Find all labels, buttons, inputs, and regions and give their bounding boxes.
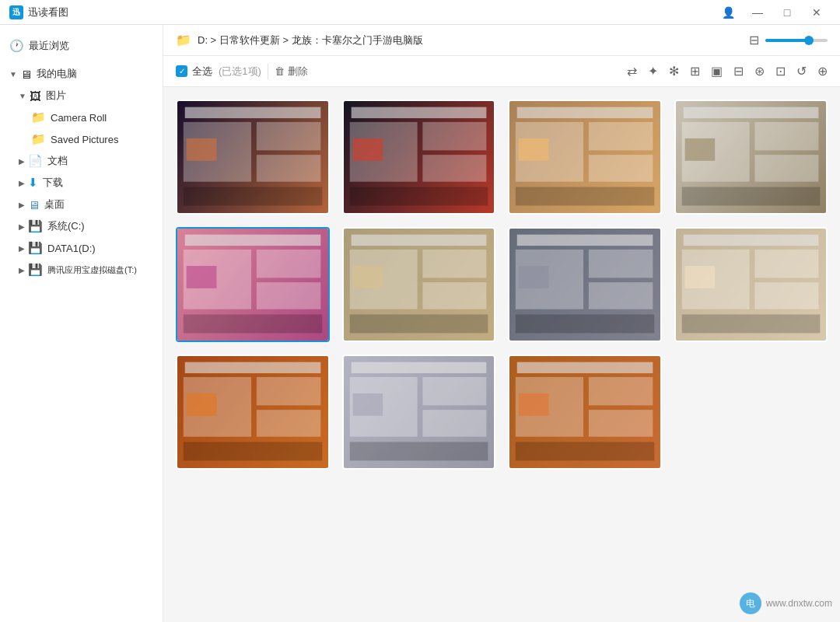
maximize-button[interactable]: □: [773, 0, 801, 25]
photo-card[interactable]: [674, 100, 828, 215]
delete-label: 删除: [288, 65, 308, 79]
photo-thumbnail: [509, 101, 660, 213]
photo-card[interactable]: [508, 100, 662, 215]
content-area: 📁 D: > 日常软件更新 > 龙族：卡塞尔之门手游电脑版 ⊟ ✓ 全选 (已选…: [163, 25, 840, 622]
desktop-label: 桌面: [44, 197, 65, 211]
slider-fill: [765, 39, 809, 42]
downloads-icon: ⬇: [28, 176, 38, 190]
path-folder-icon: 📁: [176, 33, 191, 47]
expand-arrow-c: ▶: [19, 222, 25, 231]
app-title: 迅读看图: [28, 5, 714, 19]
expand-arrow-dl: ▶: [19, 179, 25, 187]
photo-thumbnail: [177, 356, 328, 468]
camera-roll-label: Camera Roll: [51, 112, 107, 124]
disk-icon-c: 💾: [28, 219, 43, 233]
sidebar: 🕐 最近浏览 ⋮ ▼ 🖥 我的电脑 ▼ 🖼 图片 📁 Camera Roll: [0, 25, 163, 622]
sidebar-item-desktop[interactable]: ▶ 🖥 桌面: [0, 194, 163, 215]
watermark: 电 www.dnxtw.com: [740, 592, 832, 614]
path-text: D: > 日常软件更新 > 龙族：卡塞尔之门手游电脑版: [198, 33, 743, 47]
sidebar-item-system-c[interactable]: ▶ 💾 系统(C:): [0, 215, 163, 237]
expand-arrow-desktop: ▶: [19, 201, 25, 209]
tool-crop-icon[interactable]: ⊞: [690, 64, 700, 79]
sidebar-section-mypc: ▼ 🖥 我的电脑 ▼ 🖼 图片 📁 Camera Roll 📁 Saved Pi…: [0, 60, 163, 284]
watermark-icon: 电: [740, 592, 761, 614]
tool-filter-icon[interactable]: ⊛: [754, 64, 765, 79]
select-info: (已选1项): [219, 65, 261, 79]
tool-compare-icon[interactable]: ⇄: [627, 64, 637, 79]
tool-more-icon[interactable]: ⊕: [817, 64, 828, 79]
select-all-checkbox[interactable]: ✓ 全选 (已选1项): [176, 65, 261, 79]
delete-button[interactable]: 🗑 删除: [275, 65, 308, 79]
photo-thumbnail: [509, 229, 660, 341]
app-icon: 迅: [9, 5, 23, 19]
photo-thumbnail: [676, 101, 827, 213]
sidebar-item-pictures[interactable]: ▼ 🖼 图片: [0, 85, 163, 107]
pathbar: 📁 D: > 日常软件更新 > 龙族：卡塞尔之门手游电脑版 ⊟: [163, 25, 840, 56]
compare-icon: ⊟: [749, 33, 759, 47]
tool-adjust-icon[interactable]: ⊟: [733, 64, 744, 79]
sidebar-item-saved-pictures[interactable]: 📁 Saved Pictures: [0, 128, 163, 150]
photo-thumbnail: [676, 229, 827, 341]
tencent-label: 腾讯应用宝虚拟磁盘(T:): [47, 264, 137, 276]
expand-arrow-t: ▶: [19, 266, 25, 274]
sidebar-item-documents[interactable]: ▶ 📄 文档: [0, 150, 163, 172]
expand-arrow-mypc: ▼: [9, 70, 17, 79]
pictures-icon: 🖼: [30, 89, 41, 103]
photo-card[interactable]: [508, 227, 662, 342]
photo-thumbnail: [177, 229, 328, 341]
sidebar-item-mypc[interactable]: ▼ 🖥 我的电脑: [0, 63, 163, 85]
disk-icon-d: 💾: [28, 241, 43, 255]
computer-icon: 🖥: [20, 68, 32, 81]
mypc-label: 我的电脑: [37, 67, 77, 81]
data1-label: DATA1(D:): [47, 243, 96, 254]
sidebar-item-downloads[interactable]: ▶ ⬇ 下载: [0, 172, 163, 194]
expand-arrow-d: ▶: [19, 244, 25, 253]
photo-card[interactable]: [508, 355, 662, 470]
photo-card[interactable]: [342, 100, 496, 215]
photo-card[interactable]: [176, 227, 330, 342]
sidebar-item-recent[interactable]: 🕐 最近浏览 ⋮: [0, 34, 163, 57]
toolbar-left: ✓ 全选 (已选1项) 🗑 删除: [176, 64, 308, 79]
avatar-button[interactable]: 👤: [714, 0, 742, 25]
minimize-button[interactable]: —: [744, 0, 772, 25]
documents-icon: 📄: [28, 154, 43, 168]
tool-frame-icon[interactable]: ▣: [711, 64, 723, 79]
recent-label: 最近浏览: [29, 39, 69, 53]
saved-pictures-label: Saved Pictures: [51, 134, 118, 145]
select-all-label: 全选: [192, 65, 212, 79]
titlebar: 迅 迅读看图 👤 — □ ✕: [0, 0, 840, 25]
desktop-icon: 🖥: [28, 198, 40, 211]
compare-button[interactable]: ⊟: [749, 33, 759, 47]
sidebar-item-data1[interactable]: ▶ 💾 DATA1(D:): [0, 237, 163, 259]
sidebar-item-camera-roll[interactable]: 📁 Camera Roll: [0, 107, 163, 128]
folder-icon-camera: 📁: [31, 110, 46, 124]
toolbar-right: ⇄ ✦ ✻ ⊞ ▣ ⊟ ⊛ ⊡ ↺ ⊕: [627, 64, 828, 79]
expand-arrow-pictures: ▼: [19, 92, 26, 100]
checkbox-icon: ✓: [176, 65, 187, 77]
pictures-label: 图片: [46, 89, 66, 103]
photo-card[interactable]: [674, 227, 828, 342]
tool-resize-icon[interactable]: ⊡: [775, 64, 786, 79]
slider-track: [765, 39, 828, 42]
clock-icon: 🕐: [9, 39, 24, 53]
tool-rotate-icon[interactable]: ✦: [648, 64, 658, 79]
tool-flip-icon[interactable]: ✻: [669, 64, 679, 79]
zoom-slider[interactable]: [765, 39, 828, 42]
photo-thumbnail: [344, 101, 495, 213]
expand-arrow-docs: ▶: [19, 157, 25, 166]
photo-card[interactable]: [342, 355, 496, 470]
sidebar-item-tencent[interactable]: ▶ 💾 腾讯应用宝虚拟磁盘(T:): [0, 259, 163, 281]
photo-card[interactable]: [342, 227, 496, 342]
main-layout: 🕐 最近浏览 ⋮ ▼ 🖥 我的电脑 ▼ 🖼 图片 📁 Camera Roll: [0, 25, 840, 622]
slider-thumb[interactable]: [804, 36, 814, 45]
photo-card[interactable]: [176, 100, 330, 215]
photo-card[interactable]: [176, 355, 330, 470]
close-button[interactable]: ✕: [803, 0, 831, 25]
system-c-label: 系统(C:): [47, 219, 85, 233]
downloads-label: 下载: [43, 176, 63, 190]
gallery: [163, 87, 840, 622]
tool-undo-icon[interactable]: ↺: [796, 64, 807, 79]
photo-thumbnail: [344, 356, 495, 468]
toolbar-divider: [268, 64, 268, 79]
disk-icon-t: 💾: [28, 263, 43, 277]
